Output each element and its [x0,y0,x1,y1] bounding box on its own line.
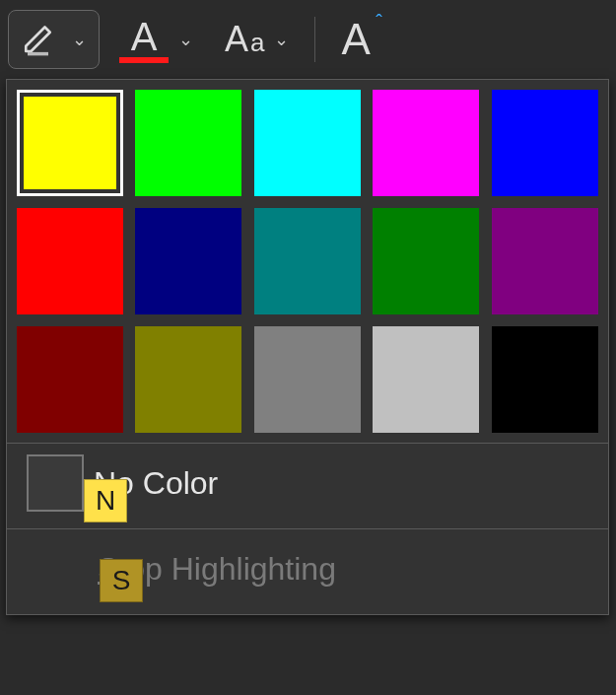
color-swatch-green[interactable] [373,208,479,314]
chevron-down-icon: ⌄ [274,29,289,50]
color-swatch-gray[interactable] [254,326,361,433]
color-swatch-lightgray[interactable] [373,326,479,433]
color-swatch-grid [7,80,608,443]
color-swatch-cyan[interactable] [254,90,361,196]
highlight-button[interactable]: ⌄ [8,10,100,69]
font-color-button[interactable]: A ⌄ [107,10,205,69]
color-swatch-teal[interactable] [254,208,361,314]
menu-section: Stop Highlighting S [7,528,608,614]
toolbar: ⌄ A ⌄ Aa ⌄ Aˆ [0,0,616,79]
font-color-icon: A [119,17,169,63]
change-case-icon: Aa [225,19,264,60]
superscript-button[interactable]: Aˆ [329,10,381,69]
color-swatch-navy[interactable] [135,208,241,314]
color-swatch-olive[interactable] [135,326,241,433]
stop-highlighting-item[interactable]: Stop Highlighting S [27,539,592,598]
color-swatch-purple[interactable] [492,208,598,314]
color-swatch-blue[interactable] [492,90,598,196]
chevron-down-icon: ⌄ [72,29,87,50]
color-swatch-yellow[interactable] [17,90,123,196]
chevron-down-icon: ⌄ [178,29,193,50]
highlighter-icon [21,17,62,62]
color-swatch-red[interactable] [17,208,123,314]
superscript-icon: Aˆ [341,18,370,61]
shortcut-badge-n: N [84,479,127,522]
menu-section: No Color N [7,443,608,528]
highlight-color-dropdown: No Color N Stop Highlighting S [6,79,609,615]
separator [314,17,315,62]
no-color-item[interactable]: No Color N [27,453,592,513]
svg-rect-0 [28,52,48,56]
shortcut-badge-s: S [100,559,143,602]
change-case-button[interactable]: Aa ⌄ [213,10,301,69]
color-swatch-lime[interactable] [135,90,241,196]
no-color-icon [27,454,84,512]
color-swatch-magenta[interactable] [373,90,479,196]
color-swatch-maroon[interactable] [17,326,123,433]
color-swatch-black[interactable] [492,326,598,433]
